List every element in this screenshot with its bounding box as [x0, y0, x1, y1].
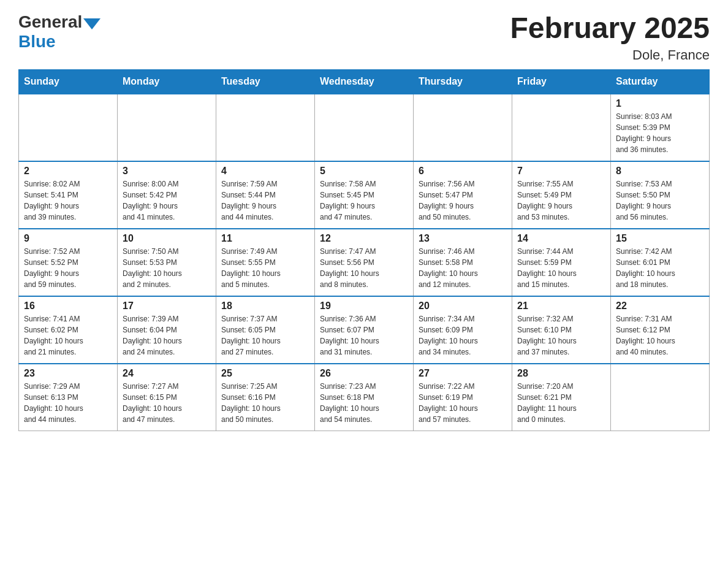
day-number: 10 [123, 233, 211, 244]
day-number: 4 [221, 166, 309, 177]
day-info: Sunrise: 7:23 AM Sunset: 6:18 PM Dayligh… [320, 381, 408, 425]
day-number: 27 [419, 368, 507, 379]
calendar-cell: 28Sunrise: 7:20 AM Sunset: 6:21 PM Dayli… [512, 364, 611, 431]
day-info: Sunrise: 7:31 AM Sunset: 6:12 PM Dayligh… [616, 313, 704, 358]
calendar-cell: 8Sunrise: 7:53 AM Sunset: 5:50 PM Daylig… [611, 161, 710, 229]
calendar-cell [315, 94, 414, 161]
calendar-cell: 22Sunrise: 7:31 AM Sunset: 6:12 PM Dayli… [611, 296, 710, 364]
day-number: 8 [616, 166, 704, 177]
day-info: Sunrise: 7:20 AM Sunset: 6:21 PM Dayligh… [517, 381, 605, 425]
calendar-cell: 5Sunrise: 7:58 AM Sunset: 5:45 PM Daylig… [315, 161, 414, 229]
day-info: Sunrise: 8:00 AM Sunset: 5:42 PM Dayligh… [123, 178, 211, 223]
day-number: 23 [24, 368, 112, 379]
day-info: Sunrise: 7:27 AM Sunset: 6:15 PM Dayligh… [123, 381, 211, 425]
header-thursday: Thursday [414, 69, 512, 94]
day-number: 2 [24, 166, 112, 177]
calendar-week-5: 23Sunrise: 7:29 AM Sunset: 6:13 PM Dayli… [19, 364, 710, 431]
calendar-week-2: 2Sunrise: 8:02 AM Sunset: 5:41 PM Daylig… [19, 161, 710, 229]
calendar-header: Sunday Monday Tuesday Wednesday Thursday… [19, 69, 710, 94]
calendar-week-1: 1Sunrise: 8:03 AM Sunset: 5:39 PM Daylig… [19, 94, 710, 161]
day-info: Sunrise: 7:42 AM Sunset: 6:01 PM Dayligh… [616, 246, 704, 290]
calendar-cell: 18Sunrise: 7:37 AM Sunset: 6:05 PM Dayli… [216, 296, 315, 364]
day-info: Sunrise: 7:22 AM Sunset: 6:19 PM Dayligh… [419, 381, 507, 425]
calendar-cell: 9Sunrise: 7:52 AM Sunset: 5:52 PM Daylig… [19, 229, 118, 296]
day-number: 5 [320, 166, 408, 177]
calendar-body: 1Sunrise: 8:03 AM Sunset: 5:39 PM Daylig… [19, 94, 710, 431]
header-tuesday: Tuesday [216, 69, 315, 94]
header-friday: Friday [512, 69, 611, 94]
logo-row1: General [18, 12, 100, 32]
page-header: General Blue February 2025 Dole, France [18, 12, 710, 63]
day-info: Sunrise: 7:29 AM Sunset: 6:13 PM Dayligh… [24, 381, 112, 425]
day-info: Sunrise: 7:37 AM Sunset: 6:05 PM Dayligh… [221, 313, 309, 358]
day-info: Sunrise: 7:59 AM Sunset: 5:44 PM Dayligh… [221, 178, 309, 223]
header-wednesday: Wednesday [315, 69, 414, 94]
day-info: Sunrise: 7:47 AM Sunset: 5:56 PM Dayligh… [320, 246, 408, 290]
day-info: Sunrise: 7:32 AM Sunset: 6:10 PM Dayligh… [517, 313, 605, 358]
calendar-cell: 20Sunrise: 7:34 AM Sunset: 6:09 PM Dayli… [414, 296, 512, 364]
calendar-cell [118, 94, 216, 161]
calendar-cell: 2Sunrise: 8:02 AM Sunset: 5:41 PM Daylig… [19, 161, 118, 229]
calendar-cell: 6Sunrise: 7:56 AM Sunset: 5:47 PM Daylig… [414, 161, 512, 229]
day-info: Sunrise: 7:53 AM Sunset: 5:50 PM Dayligh… [616, 178, 704, 223]
calendar-cell [216, 94, 315, 161]
day-info: Sunrise: 7:58 AM Sunset: 5:45 PM Dayligh… [320, 178, 408, 223]
calendar-cell [414, 94, 512, 161]
day-number: 7 [517, 166, 605, 177]
day-number: 28 [517, 368, 605, 379]
header-row: Sunday Monday Tuesday Wednesday Thursday… [19, 69, 710, 94]
calendar-cell: 23Sunrise: 7:29 AM Sunset: 6:13 PM Dayli… [19, 364, 118, 431]
day-number: 19 [320, 301, 408, 312]
day-info: Sunrise: 7:52 AM Sunset: 5:52 PM Dayligh… [24, 246, 112, 290]
day-number: 26 [320, 368, 408, 379]
day-number: 9 [24, 233, 112, 244]
calendar-cell: 26Sunrise: 7:23 AM Sunset: 6:18 PM Dayli… [315, 364, 414, 431]
day-number: 12 [320, 233, 408, 244]
day-number: 3 [123, 166, 211, 177]
day-number: 25 [221, 368, 309, 379]
logo-blue-text: Blue [18, 32, 100, 52]
calendar-cell: 3Sunrise: 8:00 AM Sunset: 5:42 PM Daylig… [118, 161, 216, 229]
day-info: Sunrise: 7:39 AM Sunset: 6:04 PM Dayligh… [123, 313, 211, 358]
day-number: 14 [517, 233, 605, 244]
calendar-cell: 27Sunrise: 7:22 AM Sunset: 6:19 PM Dayli… [414, 364, 512, 431]
day-number: 21 [517, 301, 605, 312]
month-title: February 2025 [510, 12, 710, 45]
calendar-cell: 16Sunrise: 7:41 AM Sunset: 6:02 PM Dayli… [19, 296, 118, 364]
header-saturday: Saturday [611, 69, 710, 94]
calendar-cell: 11Sunrise: 7:49 AM Sunset: 5:55 PM Dayli… [216, 229, 315, 296]
calendar-cell: 7Sunrise: 7:55 AM Sunset: 5:49 PM Daylig… [512, 161, 611, 229]
calendar-cell: 14Sunrise: 7:44 AM Sunset: 5:59 PM Dayli… [512, 229, 611, 296]
day-info: Sunrise: 7:44 AM Sunset: 5:59 PM Dayligh… [517, 246, 605, 290]
calendar-table: Sunday Monday Tuesday Wednesday Thursday… [18, 69, 710, 432]
day-info: Sunrise: 7:50 AM Sunset: 5:53 PM Dayligh… [123, 246, 211, 290]
calendar-cell [19, 94, 118, 161]
day-number: 6 [419, 166, 507, 177]
location: Dole, France [510, 47, 710, 63]
header-monday: Monday [118, 69, 216, 94]
day-info: Sunrise: 7:36 AM Sunset: 6:07 PM Dayligh… [320, 313, 408, 358]
calendar-cell: 21Sunrise: 7:32 AM Sunset: 6:10 PM Dayli… [512, 296, 611, 364]
logo-general-text: General [18, 12, 82, 32]
day-info: Sunrise: 7:56 AM Sunset: 5:47 PM Dayligh… [419, 178, 507, 223]
calendar-cell [512, 94, 611, 161]
day-number: 18 [221, 301, 309, 312]
calendar-cell: 24Sunrise: 7:27 AM Sunset: 6:15 PM Dayli… [118, 364, 216, 431]
day-info: Sunrise: 8:03 AM Sunset: 5:39 PM Dayligh… [616, 111, 704, 155]
day-info: Sunrise: 7:55 AM Sunset: 5:49 PM Dayligh… [517, 178, 605, 223]
calendar-week-3: 9Sunrise: 7:52 AM Sunset: 5:52 PM Daylig… [19, 229, 710, 296]
calendar-cell: 13Sunrise: 7:46 AM Sunset: 5:58 PM Dayli… [414, 229, 512, 296]
day-number: 11 [221, 233, 309, 244]
calendar-cell: 1Sunrise: 8:03 AM Sunset: 5:39 PM Daylig… [611, 94, 710, 161]
day-number: 16 [24, 301, 112, 312]
header-sunday: Sunday [19, 69, 118, 94]
day-info: Sunrise: 7:46 AM Sunset: 5:58 PM Dayligh… [419, 246, 507, 290]
logo: General Blue [18, 12, 100, 52]
day-number: 24 [123, 368, 211, 379]
calendar-cell: 12Sunrise: 7:47 AM Sunset: 5:56 PM Dayli… [315, 229, 414, 296]
day-info: Sunrise: 8:02 AM Sunset: 5:41 PM Dayligh… [24, 178, 112, 223]
calendar-week-4: 16Sunrise: 7:41 AM Sunset: 6:02 PM Dayli… [19, 296, 710, 364]
calendar-cell: 15Sunrise: 7:42 AM Sunset: 6:01 PM Dayli… [611, 229, 710, 296]
header-right: February 2025 Dole, France [510, 12, 710, 63]
day-number: 22 [616, 301, 704, 312]
